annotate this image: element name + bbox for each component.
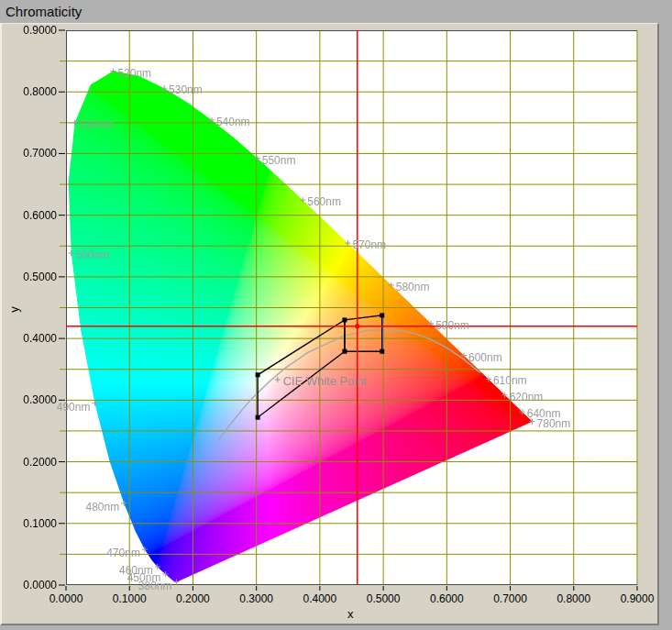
wavelength-marker-icon <box>72 120 78 126</box>
x-axis-label: x <box>347 607 354 621</box>
wavelength-label: 780nm <box>537 417 571 429</box>
bin-vertex-handle[interactable] <box>342 349 347 354</box>
wavelength-label: 610nm <box>493 375 527 387</box>
x-tick-label: 0.9000 <box>608 592 666 605</box>
y-tick-label: 0.4000 <box>2 332 57 345</box>
wavelength-label: 530nm <box>169 84 203 96</box>
y-tick-label: 0.9000 <box>2 24 57 37</box>
measurement-point[interactable] <box>355 324 359 328</box>
wavelength-marker-icon <box>255 156 260 161</box>
wavelength-marker-icon <box>174 580 180 585</box>
wavelength-label: 500nm <box>76 249 110 261</box>
wavelength-label: 580nm <box>396 281 430 293</box>
bin-vertex-handle[interactable] <box>256 415 260 420</box>
y-tick-label: 0.1000 <box>2 517 57 530</box>
bin-vertex-handle[interactable] <box>380 313 384 317</box>
chromaticity-window: Chromaticity 380nm450nm460nm470nm480nm49… <box>0 0 672 630</box>
wavelength-marker-icon <box>69 250 74 256</box>
chromaticity-bin-region <box>258 320 345 417</box>
y-axis-label: y <box>7 306 21 313</box>
wavelength-marker-icon <box>142 547 148 552</box>
wavelength-marker-icon <box>162 571 168 577</box>
bin-vertex-handle[interactable] <box>342 317 347 322</box>
bin-vertex-handle[interactable] <box>380 349 384 354</box>
wavelength-marker-icon <box>121 501 127 506</box>
x-tick-label: 0.8000 <box>545 592 603 605</box>
y-tick-label: 0.7000 <box>2 147 57 160</box>
wavelength-label: 460nm <box>119 565 153 577</box>
wavelength-label: 490nm <box>57 401 91 413</box>
wavelength-label: 600nm <box>468 351 502 363</box>
wavelength-label: 520nm <box>117 67 151 79</box>
wavelength-label: 510nm <box>80 118 114 130</box>
x-tick-label: 0.1000 <box>100 592 159 605</box>
y-tick-label: 0.6000 <box>2 209 57 222</box>
x-tick-label: 0.0000 <box>37 592 95 605</box>
wavelength-label: 480nm <box>85 501 119 513</box>
y-tick-label: 0.0000 <box>2 579 57 591</box>
y-tick-label: 0.8000 <box>2 85 57 98</box>
wavelength-label: 470nm <box>106 547 140 559</box>
x-tick-label: 0.6000 <box>417 592 476 605</box>
white-point-marker-icon <box>275 377 281 382</box>
wavelength-marker-icon <box>486 376 491 381</box>
x-tick-label: 0.2000 <box>163 592 222 605</box>
x-tick-label: 0.3000 <box>227 592 286 605</box>
wavelength-marker-icon <box>502 392 508 398</box>
y-tick-label: 0.5000 <box>2 271 57 283</box>
wavelength-marker-icon <box>155 564 160 569</box>
wavelength-marker-icon <box>161 85 167 91</box>
chromaticity-bin-region <box>345 315 382 351</box>
y-tick-label: 0.2000 <box>2 456 57 469</box>
chromaticity-plot-area[interactable]: 380nm450nm460nm470nm480nm490nm500nm510nm… <box>66 30 637 585</box>
window-title: Chromaticity <box>0 0 672 23</box>
bin-vertex-handle[interactable] <box>256 372 260 377</box>
wavelength-marker-icon <box>92 401 97 406</box>
x-tick-label: 0.4000 <box>291 592 349 605</box>
wavelength-marker-icon <box>300 197 305 203</box>
y-tick-label: 0.3000 <box>2 393 57 406</box>
x-tick-label: 0.5000 <box>354 592 413 605</box>
wavelength-marker-icon <box>110 69 116 74</box>
wavelength-label: 590nm <box>435 319 469 331</box>
wavelength-label: 550nm <box>262 154 296 166</box>
wavelength-label: 570nm <box>352 239 386 251</box>
wavelength-label: 540nm <box>216 116 250 127</box>
plot-overlay <box>66 30 637 585</box>
x-tick-label: 0.7000 <box>481 592 540 605</box>
wavelength-marker-icon <box>345 240 350 246</box>
white-point-label: CIE White Point <box>283 374 368 386</box>
wavelength-label: 620nm <box>510 391 544 403</box>
wavelength-marker-icon <box>389 282 394 288</box>
wavelength-label: 560nm <box>307 196 341 208</box>
wavelength-marker-icon <box>520 409 525 414</box>
wavelength-marker-icon <box>209 117 215 123</box>
